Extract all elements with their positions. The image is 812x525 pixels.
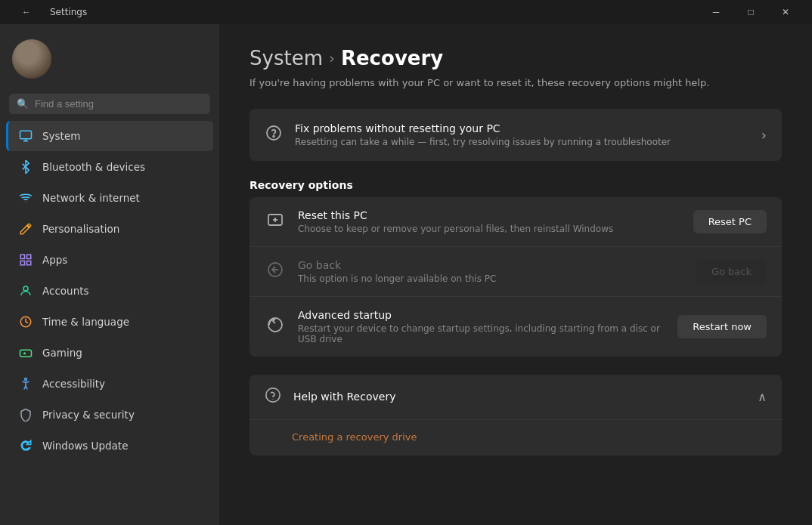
advanced-startup-row: Advanced startup Restart your device to … [249, 297, 782, 357]
go-back-title: Go back [298, 259, 684, 271]
breadcrumb: System › Recovery [249, 47, 782, 69]
go-back-desc: This option is no longer available on th… [298, 273, 684, 284]
reset-pc-desc: Choose to keep or remove your personal f… [298, 224, 681, 234]
advanced-startup-icon [265, 316, 286, 338]
svg-rect-1 [20, 255, 24, 258]
sidebar: 🔍 System Bluetooth & devi [0, 24, 219, 525]
sidebar-item-system[interactable]: System [6, 121, 213, 151]
avatar [12, 39, 51, 79]
close-button[interactable]: ✕ [768, 0, 803, 24]
recovery-options-card: Reset this PC Choose to keep or remove y… [249, 197, 782, 357]
sidebar-item-privacy[interactable]: Privacy & security [6, 400, 213, 430]
advanced-startup-desc: Restart your device to change startup se… [298, 323, 665, 344]
svg-point-5 [23, 286, 28, 291]
main-content: System › Recovery If you're having probl… [219, 24, 812, 525]
help-recovery-header[interactable]: Help with Recovery ∧ [249, 375, 782, 419]
recovery-options-label: Recovery options [249, 179, 782, 191]
privacy-icon [18, 407, 33, 422]
time-icon [18, 314, 33, 329]
gaming-icon [18, 345, 33, 360]
bluetooth-icon [18, 159, 33, 174]
svg-point-8 [25, 378, 27, 381]
sidebar-item-accounts-label: Accounts [42, 285, 89, 297]
sidebar-item-apps[interactable]: Apps [6, 245, 213, 275]
apps-icon [18, 252, 33, 267]
update-icon [18, 438, 33, 453]
reset-pc-icon [265, 211, 286, 233]
page-subtitle: If you're having problems with your PC o… [249, 76, 782, 91]
reset-pc-button[interactable]: Reset PC [693, 210, 767, 233]
advanced-startup-title: Advanced startup [298, 309, 665, 321]
back-button[interactable]: ← [9, 0, 44, 24]
go-back-icon [265, 261, 286, 283]
sidebar-item-network[interactable]: Network & internet [6, 183, 213, 213]
reset-pc-row: Reset this PC Choose to keep or remove y… [249, 197, 782, 247]
titlebar: ← Settings ─ □ ✕ [0, 0, 812, 24]
advanced-startup-text: Advanced startup Restart your device to … [298, 309, 665, 344]
fix-problems-text: Fix problems without resetting your PC R… [295, 122, 749, 147]
sidebar-item-personalise[interactable]: Personalisation [6, 214, 213, 244]
system-icon [18, 128, 33, 144]
help-recovery-icon [265, 387, 281, 407]
app-title: Settings [50, 7, 87, 17]
svg-rect-3 [20, 261, 24, 265]
breadcrumb-current: Recovery [341, 47, 443, 69]
sidebar-item-time[interactable]: Time & language [6, 307, 213, 337]
restart-now-button[interactable]: Restart now [677, 315, 767, 338]
reset-pc-text: Reset this PC Choose to keep or remove y… [298, 209, 681, 234]
go-back-button[interactable]: Go back [696, 260, 767, 283]
svg-rect-2 [27, 255, 31, 258]
svg-rect-4 [27, 261, 31, 265]
sidebar-item-network-label: Network & internet [42, 192, 140, 204]
help-recovery-title: Help with Recovery [293, 391, 395, 403]
network-icon [18, 190, 33, 205]
svg-point-14 [266, 388, 280, 401]
sidebar-item-update-label: Windows Update [42, 440, 128, 452]
fix-problems-desc: Resetting can take a while — first, try … [295, 137, 749, 147]
svg-point-10 [273, 135, 274, 137]
sidebar-item-update[interactable]: Windows Update [6, 431, 213, 461]
sidebar-item-gaming-label: Gaming [42, 347, 82, 359]
svg-point-13 [268, 318, 282, 332]
sidebar-item-accounts[interactable]: Accounts [6, 276, 213, 306]
accessibility-icon [18, 376, 33, 391]
minimize-button[interactable]: ─ [699, 0, 733, 24]
sidebar-item-personalise-label: Personalisation [42, 223, 119, 235]
help-header-left: Help with Recovery [265, 387, 395, 407]
sidebar-item-privacy-label: Privacy & security [42, 409, 135, 421]
breadcrumb-arrow: › [329, 49, 335, 67]
maximize-button[interactable]: □ [733, 0, 768, 24]
search-input[interactable] [35, 98, 203, 110]
sidebar-item-bluetooth-label: Bluetooth & devices [42, 161, 145, 173]
go-back-row: Go back This option is no longer availab… [249, 247, 782, 297]
search-icon: 🔍 [17, 98, 29, 110]
sidebar-item-apps-label: Apps [42, 254, 67, 266]
fix-problems-title: Fix problems without resetting your PC [295, 122, 749, 134]
creating-recovery-drive-link[interactable]: Creating a recovery drive [292, 431, 417, 443]
profile-section [0, 24, 219, 91]
breadcrumb-system: System [249, 47, 323, 69]
sidebar-item-bluetooth[interactable]: Bluetooth & devices [6, 152, 213, 182]
sidebar-item-accessibility[interactable]: Accessibility [6, 369, 213, 399]
sidebar-item-gaming[interactable]: Gaming [6, 338, 213, 368]
sidebar-item-time-label: Time & language [42, 316, 129, 328]
reset-pc-title: Reset this PC [298, 209, 681, 221]
svg-rect-0 [20, 131, 32, 139]
titlebar-left: ← Settings [9, 0, 87, 24]
sidebar-item-system-label: System [42, 130, 80, 142]
help-recovery-chevron-icon: ∧ [758, 390, 767, 404]
fix-problems-icon [265, 124, 283, 146]
help-recovery-content: Creating a recovery drive [249, 419, 782, 456]
avatar-image [12, 39, 51, 79]
fix-problems-card[interactable]: Fix problems without resetting your PC R… [249, 109, 782, 161]
search-box[interactable]: 🔍 [9, 94, 210, 114]
sidebar-nav: System Bluetooth & devices Network & int… [0, 120, 219, 462]
window-controls: ─ □ ✕ [699, 0, 803, 24]
sidebar-item-accessibility-label: Accessibility [42, 378, 105, 390]
accounts-icon [18, 283, 33, 298]
fix-problems-chevron-icon: › [761, 127, 767, 143]
svg-point-9 [267, 126, 280, 140]
personalise-icon [18, 221, 33, 236]
app-body: 🔍 System Bluetooth & devi [0, 24, 812, 525]
go-back-text: Go back This option is no longer availab… [298, 259, 684, 284]
